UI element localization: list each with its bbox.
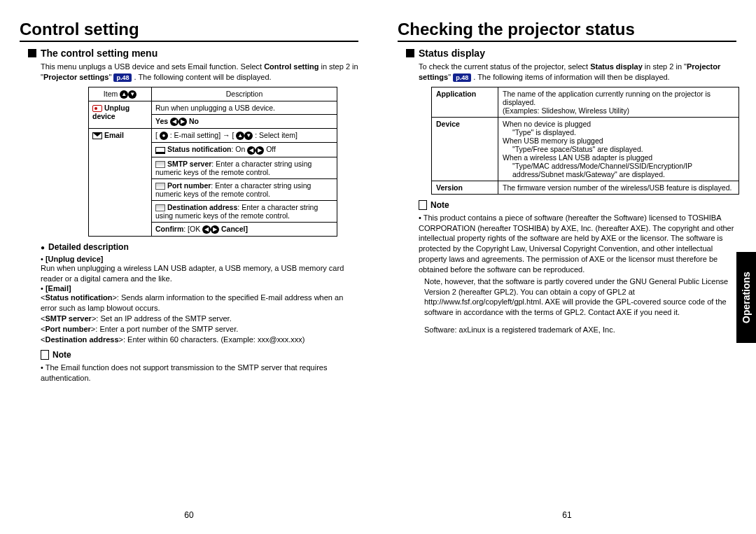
section-title-right: Checking the projector status [398,20,736,42]
subsection-control-menu: The control setting menu [28,48,358,59]
mail-icon [92,132,102,139]
page-ref-icon: p.48 [453,73,471,82]
control-setting-table: Item ▲▼ Description Unplug device Run wh… [88,87,337,237]
note-head-right: Note [419,200,736,210]
right-arrow-icon: ▶ [211,225,219,234]
note-head-left: Note [41,350,358,360]
port-icon [155,183,165,190]
monitor-icon [155,147,165,154]
intro-left: This menu unplugs a USB device and sets … [41,62,358,83]
address-icon [155,204,165,211]
enter-icon: ● [160,132,168,140]
page-ref-icon: p.48 [113,73,132,82]
side-tab-operations: Operations [736,252,756,343]
detailed-description-head: Detailed description [41,242,358,252]
subsection-status-display: Status display [406,48,736,59]
page-number-left: 60 [184,510,193,520]
page-number-right: 61 [562,510,571,520]
page-spread: Control setting The control setting menu… [0,0,756,534]
intro-right: To check the current status of the proje… [419,62,736,83]
down-arrow-icon: ▼ [128,90,136,99]
right-arrow-icon: ▶ [178,118,187,126]
up-arrow-icon: ▲ [120,90,128,99]
usb-icon [92,105,102,112]
down-arrow-icon: ▼ [244,132,253,140]
server-icon [155,161,165,168]
left-arrow-icon: ◀ [202,225,211,234]
page-left: Control setting The control setting menu… [0,0,378,534]
right-arrow-icon: ▶ [255,146,264,155]
status-table: Application The name of the application … [431,87,739,195]
left-arrow-icon: ◀ [247,146,255,155]
page-right: Checking the projector status Status dis… [378,0,756,534]
section-title-left: Control setting [20,20,358,42]
up-arrow-icon: ▲ [236,132,244,140]
left-arrow-icon: ◀ [170,118,178,126]
